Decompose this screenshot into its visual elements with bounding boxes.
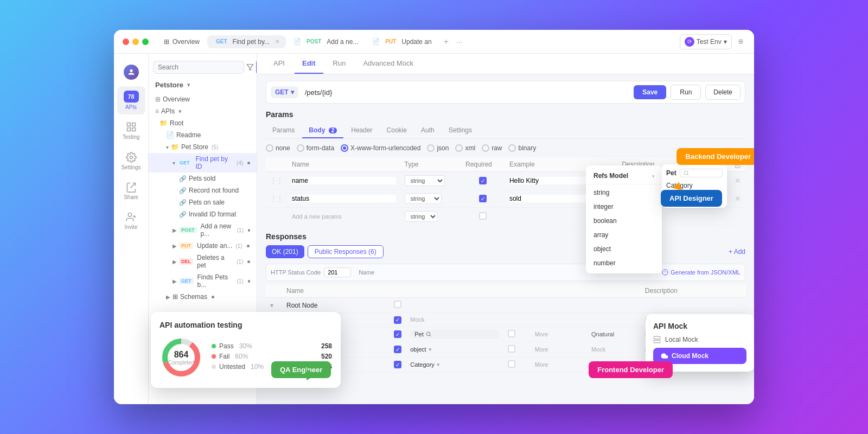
traffic-light-yellow[interactable] — [132, 39, 139, 45]
search-input[interactable] — [153, 61, 244, 74]
type-string[interactable]: string — [586, 186, 662, 200]
cat-more-check[interactable] — [508, 360, 515, 368]
tab-advanced-mock[interactable]: Advanced Mock — [355, 54, 421, 74]
tab-api[interactable]: API — [266, 54, 292, 74]
body-type-binary[interactable]: binary — [508, 144, 536, 152]
tree-get-find-pet[interactable]: ▾ GET Find pet by ID (4) — [149, 153, 257, 173]
filter-button[interactable] — [246, 61, 254, 74]
required-checkbox-1[interactable]: ✓ — [479, 177, 487, 184]
drag-handle-2[interactable]: ⋮⋮ — [270, 195, 283, 202]
body-type-x-www[interactable]: X-www-form-urlencoded — [341, 144, 420, 152]
refs-model-arrow[interactable]: › — [652, 173, 654, 179]
type-array[interactable]: array — [586, 228, 662, 242]
data-check[interactable]: ✓ — [394, 330, 401, 338]
tree-invalid-id[interactable]: 🔗 Invalid ID format — [149, 208, 257, 220]
param-status-input[interactable] — [292, 195, 396, 202]
body-type-none[interactable]: none — [266, 144, 290, 152]
tree-put-update[interactable]: ▶ PUT Update an... (1) — [149, 240, 257, 252]
tab-add-button[interactable]: + — [439, 35, 453, 49]
response-tab-public[interactable]: Public Responses (6) — [308, 245, 384, 258]
tab-more-button[interactable]: ··· — [454, 35, 465, 48]
param-tab-params[interactable]: Params — [266, 123, 301, 138]
data-more-check[interactable] — [508, 330, 515, 337]
sidebar-item-testing[interactable]: Testing — [117, 117, 145, 144]
untested-pct: 10% — [251, 363, 264, 371]
body-type-raw[interactable]: raw — [482, 144, 502, 152]
tree-apis[interactable]: ≡ APIs ▾ — [149, 105, 257, 117]
url-input[interactable] — [303, 86, 630, 99]
root-expand-icon[interactable]: ▾ — [270, 302, 273, 309]
add-response-button[interactable]: + Add — [729, 248, 745, 256]
add-required-checkbox[interactable] — [479, 212, 487, 220]
param-name-input[interactable] — [292, 177, 396, 184]
tree-readme[interactable]: 📄 Readme — [149, 129, 257, 141]
root-check[interactable] — [394, 301, 401, 308]
traffic-light-green[interactable] — [142, 39, 149, 45]
tree-root[interactable]: 📁 Root — [149, 117, 257, 129]
add-param-placeholder[interactable]: Add a new params — [292, 213, 342, 220]
tree-pets-on-sale[interactable]: 🔗 Pets on sale — [149, 196, 257, 208]
cat-type-selector[interactable]: Category ▾ — [410, 361, 499, 368]
sidebar-item-settings[interactable]: Settings — [117, 146, 145, 174]
body-type-form-data[interactable]: form-data — [297, 144, 334, 152]
type-integer[interactable]: integer — [586, 200, 662, 214]
tree-pets-sold[interactable]: 🔗 Pets sold — [149, 173, 257, 184]
sidebar-item-invite[interactable]: Invite — [117, 207, 145, 234]
type-boolean[interactable]: boolean — [586, 214, 662, 228]
tab-put-update[interactable]: 📄 PUT Update an — [366, 35, 438, 48]
param-type-select[interactable]: string integer boolean — [405, 175, 445, 186]
tab-edit[interactable]: Edit — [295, 54, 323, 74]
tab-overview-label: Overview — [173, 38, 200, 46]
body-type-json[interactable]: json — [427, 144, 449, 152]
save-button[interactable]: Save — [634, 85, 666, 99]
type-number[interactable]: number — [586, 256, 662, 270]
tree-get-finds-pets[interactable]: ▶ GET Finds Pets b... (1) — [149, 271, 257, 291]
type-object[interactable]: object — [586, 242, 662, 256]
tab-run[interactable]: Run — [326, 54, 354, 74]
sidebar-item-share[interactable]: Share — [117, 177, 145, 205]
traffic-light-red[interactable] — [123, 39, 129, 45]
param-tab-settings[interactable]: Settings — [442, 123, 478, 138]
cat-check[interactable]: ✓ — [394, 361, 401, 368]
tree-pet-store[interactable]: ▾ 📁 Pet Store (5) — [149, 141, 257, 153]
tab-close-icon[interactable]: ✕ — [275, 39, 279, 44]
param-tab-auth[interactable]: Auth — [414, 123, 441, 138]
pet-search[interactable] — [680, 169, 723, 177]
param-tab-cookie[interactable]: Cookie — [380, 123, 413, 138]
sidebar-item-avatar[interactable] — [117, 60, 145, 84]
tree-del-pet[interactable]: ▶ DEL Deletes a pet (1) — [149, 252, 257, 271]
tree-record-not-found[interactable]: 🔗 Record not found — [149, 184, 257, 196]
tab-post-add[interactable]: 📄 POST Add a ne... — [287, 35, 365, 48]
tree-overview[interactable]: ⊞ Overview — [149, 93, 257, 105]
add-param-type[interactable]: string — [405, 211, 438, 222]
pet-ref-selector[interactable]: Pet — [410, 330, 499, 339]
param-tab-header[interactable]: Header — [344, 123, 379, 138]
sidebar-item-apis[interactable]: 78 APIs — [117, 86, 145, 114]
menu-icon[interactable]: ≡ — [736, 35, 745, 49]
tab-get-find-pet[interactable]: GET Find pet by... ✕ — [207, 35, 286, 48]
tree-schemas[interactable]: ▶ ⊞ Schemas — [149, 291, 257, 303]
id-type-selector[interactable]: object ▾ — [410, 346, 499, 353]
tree-post-add[interactable]: ▶ POST Add a new p... (1) — [149, 220, 257, 240]
code-check[interactable]: ✓ — [394, 316, 401, 324]
body-type-xml[interactable]: xml — [455, 144, 475, 152]
generate-link[interactable]: Generate from JSON/XML — [662, 269, 741, 276]
tab-overview[interactable]: ⊞ Overview — [157, 35, 206, 48]
title-bar: ⊞ Overview GET Find pet by... ✕ 📄 POST A… — [114, 30, 754, 54]
id-check[interactable]: ✓ — [394, 346, 401, 353]
required-checkbox-2[interactable]: ✓ — [479, 195, 487, 202]
drag-handle[interactable]: ⋮⋮ — [270, 177, 283, 184]
id-more-check[interactable] — [508, 345, 515, 353]
response-tab-201[interactable]: OK (201) — [266, 245, 304, 258]
env-selector[interactable]: ⟳ Test Env ▾ — [680, 34, 732, 49]
run-button[interactable]: Run — [671, 85, 701, 100]
delete-row-2[interactable]: ✕ — [735, 194, 741, 203]
project-name[interactable]: Petstore ▾ — [149, 79, 257, 93]
delete-row-1[interactable]: ✕ — [735, 176, 741, 185]
http-status-input[interactable] — [324, 267, 351, 277]
method-selector[interactable]: GET ▾ — [271, 86, 298, 98]
param-type-select-2[interactable]: string integer — [405, 193, 442, 204]
param-tab-body[interactable]: Body 2 — [302, 123, 343, 138]
qa-play-icon[interactable] — [307, 369, 316, 380]
delete-button[interactable]: Delete — [705, 85, 741, 100]
